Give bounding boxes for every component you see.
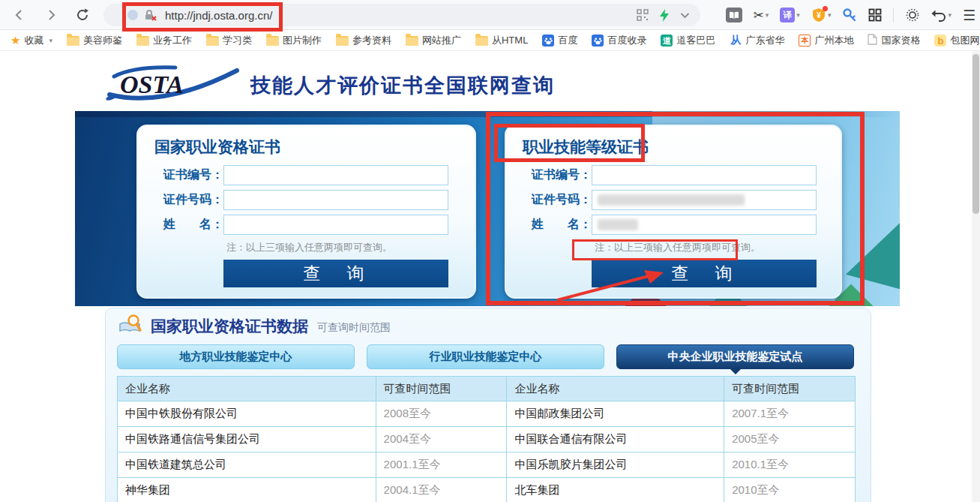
bookmark-item[interactable]: 图片制作: [266, 34, 322, 47]
undo-history-icon[interactable]: ▾: [931, 8, 952, 22]
company-cell: 中国邮政集团公司: [507, 401, 724, 427]
hua-icon: 从: [730, 35, 742, 47]
bookmark-item[interactable]: 从广东省华: [730, 34, 784, 47]
table-row: 中国铁路通信信号集团公司 2004至今 中国联合通信有限公司 2005至今: [118, 427, 856, 452]
password-key-icon[interactable]: [842, 8, 857, 23]
id-number-label: 证件号码：: [506, 192, 592, 208]
bookmark-item[interactable]: 国家资格: [868, 34, 920, 47]
url-text[interactable]: http://jndj.osta.org.cn/: [165, 9, 637, 22]
national-certificate-form: 国家职业资格证书 证书编号： 证件号码： 姓 名： 注：以上三项输入任意两项即可…: [136, 125, 476, 299]
browser-toolbar: http://jndj.osta.org.cn/ ✂▾ 译▾: [0, 0, 980, 30]
company-cell: 神华集团: [118, 478, 376, 502]
name-label: 姓 名：: [138, 217, 223, 233]
range-cell: 2004至今: [376, 427, 507, 452]
translate-icon[interactable]: 译▾: [780, 8, 800, 23]
bookmark-item[interactable]: b包图网: [934, 34, 979, 47]
table-row: 中国铁道建筑总公司 2001.1至今 中国乐凯胶片集团公司 2010.1至今: [118, 452, 856, 478]
center-tabs: 地方职业技能鉴定中心 行业职业技能鉴定中心 中央企业职业技能鉴定试点: [117, 344, 871, 369]
folder-icon: [206, 36, 219, 46]
table-row: 中国中铁股份有限公司 2008至今 中国邮政集团公司 2007.1至今: [118, 401, 856, 427]
menu-icon[interactable]: ☰: [963, 7, 976, 24]
tab-central-enterprise-pilot[interactable]: 中央企业职业技能鉴定试点: [616, 344, 854, 369]
range-cell: 2010.1至今: [724, 452, 856, 478]
section-subtitle: 可查询时间范围: [317, 318, 391, 335]
speed-mode-icon[interactable]: [659, 9, 670, 22]
local-site-icon: 本: [799, 35, 811, 47]
certificate-number-input[interactable]: [592, 165, 817, 185]
baidu-paw-icon: [592, 35, 604, 47]
star-icon: ★: [10, 34, 20, 47]
baidu-paw-icon: [542, 35, 554, 47]
range-cell: 2010至今: [724, 478, 856, 502]
insecure-lock-icon[interactable]: [144, 9, 157, 21]
bookmark-item[interactable]: 学习类: [206, 34, 252, 47]
range-cell: 2008至今: [376, 401, 507, 427]
reading-mode-icon[interactable]: [726, 8, 742, 23]
favorites-button[interactable]: ★ 收藏 ▾: [10, 34, 52, 47]
folder-icon: [475, 36, 488, 46]
bookmark-item[interactable]: 百度: [542, 34, 577, 47]
annotation-arrow: [551, 264, 675, 308]
certificate-number-label: 证书编号：: [506, 167, 592, 183]
bookmark-item[interactable]: 百度收录: [592, 34, 646, 47]
docin-icon: 道: [661, 35, 673, 47]
back-icon[interactable]: [10, 6, 28, 24]
site-icon: [127, 10, 138, 20]
bookmark-item[interactable]: 从HTML: [475, 34, 528, 47]
page-title: 技能人才评价证书全国联网查询: [250, 72, 555, 99]
company-cell: 北车集团: [507, 478, 724, 502]
address-bar[interactable]: http://jndj.osta.org.cn/: [103, 4, 700, 26]
name-input[interactable]: [223, 215, 448, 235]
osta-logo: OSTA: [103, 65, 246, 108]
company-cell: 中国联合通信有限公司: [507, 427, 724, 452]
theme-sun-icon[interactable]: [905, 8, 920, 23]
range-cell: 2001.1至今: [376, 452, 507, 478]
folder-icon: [336, 36, 349, 46]
column-header: 可查时间范围: [376, 377, 507, 401]
form-title: 国家职业资格证书: [154, 137, 475, 158]
range-cell: 2005至今: [724, 427, 856, 452]
certificate-number-input[interactable]: [223, 165, 448, 185]
column-header: 可查时间范围: [724, 377, 856, 401]
forward-icon[interactable]: [42, 6, 60, 24]
query-button[interactable]: 查 询: [223, 260, 448, 287]
folder-icon: [67, 36, 79, 46]
tab-industry-centers[interactable]: 行业职业技能鉴定中心: [367, 344, 604, 369]
bookmarks-bar: ★ 收藏 ▾ 美容师鉴 业务工作 学习类 图片制作 参考资料 网站推广 从HTM…: [0, 31, 980, 51]
reload-icon[interactable]: [73, 6, 91, 24]
bookmark-item[interactable]: 参考资料: [336, 34, 391, 47]
folder-icon: [136, 36, 149, 46]
tab-local-centers[interactable]: 地方职业技能鉴定中心: [117, 344, 355, 369]
certificate-number-label: 证书编号：: [138, 167, 223, 183]
scrollbar-thumb[interactable]: [973, 54, 979, 214]
column-header: 企业名称: [118, 377, 376, 401]
bpic-icon: b: [934, 35, 946, 47]
banner-decoration: [846, 210, 900, 293]
column-header: 企业名称: [507, 377, 724, 401]
company-cell: 中国中铁股份有限公司: [118, 401, 376, 427]
folder-icon: [266, 36, 279, 46]
form-note: 注：以上三项输入任意两项即可查询。: [595, 241, 841, 254]
page-icon: [868, 34, 877, 47]
table-header-row: 企业名称 可查时间范围 企业名称 可查时间范围: [118, 377, 856, 401]
section-title: 国家职业资格证书数据: [151, 316, 308, 337]
query-banner: 国家职业资格证书 证书编号： 证件号码： 姓 名： 注：以上三项输入任意两项即可…: [75, 111, 900, 306]
range-cell: 2007.1至今: [724, 401, 856, 427]
id-number-input[interactable]: [223, 190, 448, 210]
book-search-icon: [118, 314, 145, 339]
wallet-shield-icon[interactable]: ¥ ▾: [811, 8, 832, 23]
folder-icon: [406, 36, 418, 46]
qr-code-icon[interactable]: [637, 9, 649, 21]
form-note: 注：以上三项输入任意两项即可查询。: [226, 241, 475, 254]
bookmark-item[interactable]: 美容师鉴: [67, 34, 122, 47]
company-cell: 中国铁路通信信号集团公司: [118, 427, 376, 452]
bookmark-item[interactable]: 本广州本地: [799, 34, 853, 47]
screenshot-scissors-icon[interactable]: ✂▾: [754, 8, 769, 23]
apps-grid-icon[interactable]: [868, 8, 882, 22]
id-number-label: 证件号码：: [138, 192, 223, 208]
certificate-data-section: 国家职业资格证书数据 可查询时间范围 地方职业技能鉴定中心 行业职业技能鉴定中心…: [105, 308, 871, 502]
bookmark-item[interactable]: 道道客巴巴: [661, 34, 715, 47]
bookmark-item[interactable]: 业务工作: [136, 34, 192, 47]
urlbar-chevron-down-icon[interactable]: [680, 12, 690, 19]
bookmark-item[interactable]: 网站推广: [406, 34, 461, 47]
